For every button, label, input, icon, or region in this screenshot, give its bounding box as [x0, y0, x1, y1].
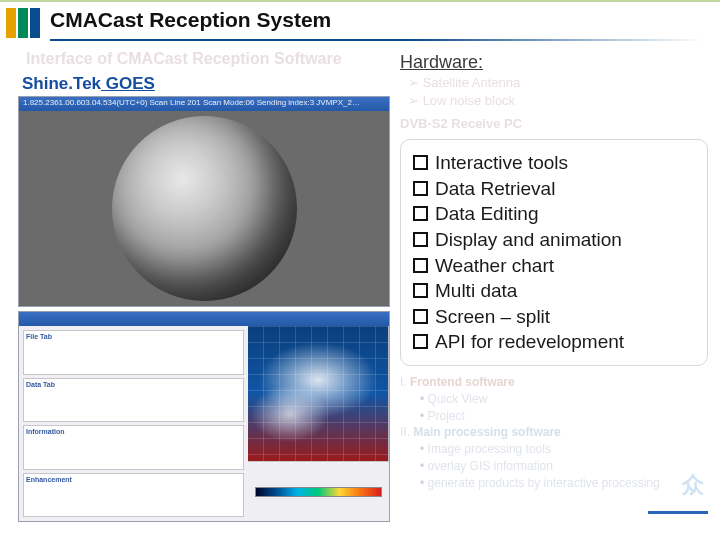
color-scale-strip: [255, 487, 382, 497]
subtitle-brand: Shine.Tek: [22, 74, 101, 93]
software-2-sub: generate products by interactive process…: [400, 475, 708, 492]
feature-list-box: Interactive tools Data Retrieval Data Ed…: [400, 139, 708, 366]
screenshot-2: File Tab Data Tab Information Enhancemen…: [18, 311, 390, 522]
logo-bar-orange: [6, 8, 16, 38]
software-section-2: II. Main processing software: [400, 424, 708, 441]
brand-logo: [6, 8, 44, 38]
software-2-sub: Image processing tools: [400, 441, 708, 458]
software-1-sub: Quick View: [400, 391, 708, 408]
feature-item: Display and animation: [413, 227, 695, 253]
screenshot-2-sidepanel: File Tab Data Tab Information Enhancemen…: [19, 326, 248, 521]
software-2-title: Main processing software: [413, 425, 560, 439]
screenshot-stack: 1.825.2361.00.603.04.534(UTC+0) Scan Lin…: [18, 96, 390, 522]
corner-brand-line: [648, 511, 708, 514]
panel-header: Information: [26, 428, 241, 435]
software-2-sub: overlay GIS information: [400, 458, 708, 475]
hardware-item: Satellite Antenna: [408, 74, 708, 92]
ghost-software-list: I. Frontend software Quick View Project …: [400, 374, 708, 492]
hardware-heading: Hardware:: [400, 50, 708, 74]
subtitle-goes: GOES: [101, 74, 155, 93]
satellite-map-view: [248, 326, 389, 461]
title-underline: [50, 39, 704, 41]
panel-enhancement: Enhancement: [23, 473, 244, 518]
roman-i: I.: [400, 375, 407, 389]
color-scale-bar: [248, 461, 389, 521]
logo-bar-green: [18, 8, 28, 38]
software-section-1: I. Frontend software: [400, 374, 708, 391]
feature-item: Data Retrieval: [413, 176, 695, 202]
ghost-left-heading: Interface of CMACast Reception Software: [26, 50, 342, 68]
screenshot-2-body: File Tab Data Tab Information Enhancemen…: [19, 326, 389, 521]
page-title: CMACast Reception System: [50, 8, 331, 32]
feature-item: API for redevelopment: [413, 329, 695, 355]
ghost-hw-line: DVB-S2 Receive PC: [400, 115, 708, 133]
panel-information: Information: [23, 425, 244, 470]
panel-header: Enhancement: [26, 476, 241, 483]
roman-ii: II.: [400, 425, 410, 439]
right-column: Hardware: Satellite Antenna Low noise bl…: [400, 50, 708, 530]
feature-item: Interactive tools: [413, 150, 695, 176]
software-1-title: Frontend software: [410, 375, 515, 389]
software-1-sub: Project: [400, 408, 708, 425]
screenshot-1: 1.825.2361.00.603.04.534(UTC+0) Scan Lin…: [18, 96, 390, 307]
hardware-block: Hardware: Satellite Antenna Low noise bl…: [400, 50, 708, 133]
panel-file-tab: File Tab: [23, 330, 244, 375]
panel-header: Data Tab: [26, 381, 241, 388]
screenshot-1-titlebar: 1.825.2361.00.603.04.534(UTC+0) Scan Lin…: [19, 97, 389, 111]
corner-brand-glyph: 众: [682, 470, 706, 500]
feature-item: Data Editing: [413, 201, 695, 227]
panel-data-tab: Data Tab: [23, 378, 244, 423]
logo-bar-blue: [30, 8, 40, 38]
screenshot-1-body: [19, 111, 389, 306]
feature-item: Weather chart: [413, 253, 695, 279]
hardware-list: Satellite Antenna Low noise block: [400, 74, 708, 109]
earth-globe-image: [112, 116, 297, 301]
screenshot-2-titlebar: [19, 312, 389, 326]
feature-item: Screen – split: [413, 304, 695, 330]
hardware-item: Low noise block: [408, 92, 708, 110]
panel-header: File Tab: [26, 333, 241, 340]
feature-item: Multi data: [413, 278, 695, 304]
left-subtitle: Shine.Tek GOES: [22, 74, 155, 94]
